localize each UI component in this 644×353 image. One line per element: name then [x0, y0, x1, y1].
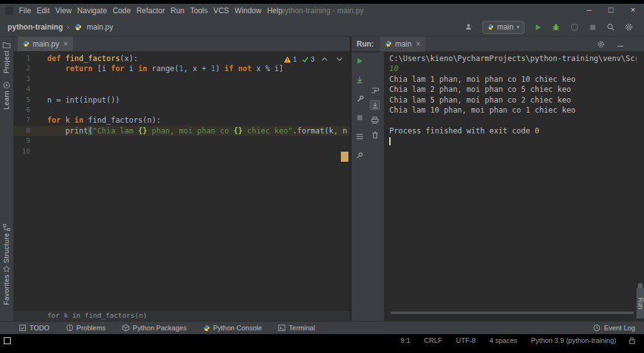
close-button[interactable]: × — [622, 4, 644, 18]
gear-icon[interactable] — [596, 39, 606, 49]
minimize-button[interactable]: – — [578, 4, 600, 18]
wrench-icon[interactable] — [355, 94, 365, 104]
hide-icon[interactable] — [615, 39, 625, 49]
coverage-button[interactable] — [569, 22, 579, 32]
close-icon[interactable]: × — [64, 40, 68, 48]
menu-tools[interactable]: Tools — [190, 6, 208, 15]
horizontal-scrollbar[interactable] — [391, 311, 634, 314]
run-console[interactable]: C:\Users\kieno\PycharmProjects\python-tr… — [384, 52, 636, 321]
menu-view[interactable]: View — [55, 6, 72, 15]
run-window-label: Run: — [357, 40, 374, 48]
status-item[interactable]: UTF-8 — [456, 337, 475, 344]
menu-bar: FileEditViewNavigateCodeRefactorRunTools… — [19, 6, 282, 15]
menu-vcs[interactable]: VCS — [213, 6, 229, 15]
stop-icon[interactable] — [355, 113, 365, 123]
menu-file[interactable]: File — [19, 6, 31, 15]
warnings-indicator[interactable]: 1 — [284, 55, 297, 63]
tool-button-problems[interactable]: Problems — [66, 324, 106, 332]
pin-icon[interactable] — [355, 150, 365, 160]
console-output: C:\Users\kieno\PycharmProjects\python-tr… — [389, 53, 636, 136]
run-config-name: main — [497, 23, 513, 31]
sidebar-item-structure[interactable]: Structure — [3, 233, 10, 263]
console-line: Chia lam 2 phan, moi phan co 5 chiec keo — [389, 84, 636, 94]
prev-problem-icon[interactable] — [319, 54, 330, 64]
code-line[interactable]: 10 — [14, 147, 350, 157]
inspections-widget[interactable]: 1 3 — [284, 54, 345, 64]
maximize-button[interactable]: □ — [600, 4, 622, 18]
python-file-icon — [487, 24, 494, 30]
search-everywhere-icon[interactable] — [606, 22, 616, 32]
problems-icon — [66, 324, 74, 332]
scrollbar-thumb[interactable] — [341, 152, 348, 162]
console-line: Chia lam 5 phan, moi phan co 2 chiec keo — [389, 95, 636, 105]
rerun-button[interactable] — [355, 56, 365, 66]
user-icon[interactable] — [464, 22, 474, 32]
status-item[interactable]: 9:1 — [401, 337, 410, 344]
code-line[interactable]: 2 return [i for i in range(1, x + 1) if … — [14, 64, 350, 74]
sidebar-item-favorites[interactable]: Favorites — [3, 274, 10, 305]
tool-button-terminal[interactable]: Terminal — [278, 324, 315, 332]
code-line[interactable]: 6 — [14, 105, 350, 115]
code-line[interactable]: 3 — [14, 74, 350, 84]
menu-edit[interactable]: Edit — [36, 6, 50, 15]
settings-gear-icon[interactable] — [624, 22, 634, 32]
run-toolbar — [352, 52, 384, 321]
status-item[interactable]: 4 spaces — [489, 337, 517, 344]
breadcrumb: python-training › main.py — [8, 18, 113, 36]
tab-main-py[interactable]: main.py × — [18, 36, 73, 51]
sidebar-item-project[interactable]: Project — [3, 50, 10, 74]
run-tab-main[interactable]: main × — [380, 36, 425, 52]
tool-button-todo[interactable]: TODO — [19, 324, 50, 332]
chevron-down-icon: ▾ — [516, 24, 519, 30]
close-icon[interactable]: × — [416, 40, 420, 48]
debug-button[interactable] — [551, 22, 561, 32]
breadcrumb-file[interactable]: main.py — [87, 23, 113, 31]
code-line[interactable]: 8 print("Chia lam {} phan, moi phan co {… — [14, 126, 350, 136]
console-line: Chia lam 1 phan, moi phan co 10 chiec ke… — [389, 74, 636, 84]
down-arrow-icon[interactable] — [355, 75, 365, 85]
clear-trash-icon[interactable] — [370, 130, 380, 140]
python-file-icon — [23, 40, 30, 47]
title-bar: FileEditViewNavigateCodeRefactorRunTools… — [0, 4, 644, 18]
tab-label: main.py — [33, 40, 59, 48]
soft-wrap-icon[interactable] — [370, 85, 380, 95]
run-config-selector[interactable]: main ▾ — [482, 21, 525, 34]
run-stripe-button[interactable]: Run — [636, 288, 644, 318]
code-line[interactable]: 7for k in find_factors(n): — [14, 115, 350, 125]
main-toolbar: python-training › main.py main ▾ — [0, 18, 644, 36]
menu-run[interactable]: Run — [170, 6, 184, 15]
sidebar-item-learn[interactable]: Learn — [3, 91, 10, 109]
menu-code[interactable]: Code — [113, 6, 131, 15]
code-line[interactable]: 5n = int(input()) — [14, 95, 350, 105]
status-item[interactable]: CRLF — [424, 337, 442, 344]
stop-button[interactable] — [587, 22, 597, 32]
tool-button-python-console[interactable]: Python Console — [203, 324, 262, 332]
python-file-icon — [385, 40, 392, 47]
run-button[interactable] — [533, 22, 543, 32]
menu-navigate[interactable]: Navigate — [77, 6, 107, 15]
tool-button-python-packages[interactable]: Python Packages — [122, 324, 187, 332]
typos-indicator[interactable]: 3 — [302, 55, 314, 63]
lock-icon[interactable] — [629, 337, 635, 344]
breadcrumb-project[interactable]: python-training — [8, 23, 63, 31]
code-editor[interactable]: 1def find_factors(x):2 return [i for i i… — [14, 52, 350, 310]
app-icon — [5, 7, 13, 15]
code-line[interactable]: 4 — [14, 84, 350, 94]
next-problem-icon[interactable] — [335, 54, 345, 64]
menu-window[interactable]: Window — [235, 6, 262, 15]
restore-layout-icon[interactable] — [355, 132, 365, 142]
code-line[interactable]: 9 — [14, 136, 350, 146]
python-console-icon — [203, 325, 210, 332]
right-tool-stripe: Run — [636, 52, 644, 321]
packages-icon — [122, 324, 130, 332]
context-line[interactable]: for k in find_factors(n) — [14, 310, 350, 321]
tool-button-event-log[interactable]: Event Log — [593, 324, 635, 332]
tool-window-quick-access-icon[interactable] — [4, 337, 11, 344]
print-icon[interactable] — [370, 115, 380, 125]
menu-refactor[interactable]: Refactor — [136, 6, 165, 15]
scroll-to-end-icon[interactable] — [370, 100, 380, 110]
console-line: Chia lam 10 phan, moi phan co 1 chiec ke… — [389, 105, 636, 115]
console-line: 10 — [389, 64, 636, 74]
status-item[interactable]: Python 3.9 (python-training) — [531, 337, 616, 344]
window-title: python-training - main.py — [280, 4, 364, 18]
